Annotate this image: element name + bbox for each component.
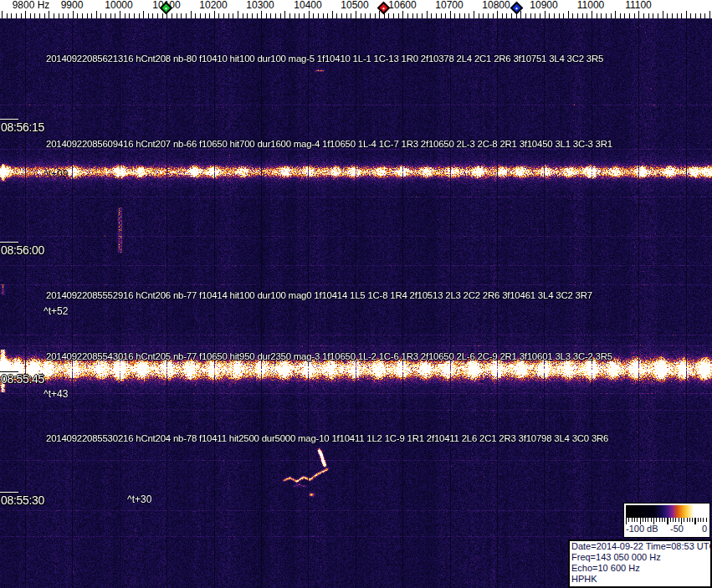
time-offset-mark: ^t+30	[127, 493, 151, 505]
frequency-ruler: 9800 Hz 9900 10000 10100 10200 10300 104…	[0, 0, 712, 18]
time-offset-mark: ^t+43	[44, 388, 68, 400]
timestamp-label: 08:55:45	[1, 372, 44, 386]
edge-mark: `	[3, 386, 6, 396]
time-tick	[0, 492, 18, 493]
info-date-time: Date=2014-09-22 Time=08:53 UTC	[571, 541, 709, 552]
ruler-label: 9900	[61, 0, 84, 11]
edge-mark: `	[1, 47, 4, 57]
time-offset-mark: ^t+09	[44, 168, 68, 180]
spectrogram-canvas[interactable]	[0, 18, 712, 588]
db-min-label: -100 dB	[626, 524, 658, 534]
edge-mark: `	[1, 304, 4, 314]
station-info-box: Date=2014-09-22 Time=08:53 UTC Freq=143 …	[568, 539, 712, 588]
event-annotation: 20140922085552916 hCnt206 nb-77 f10414 h…	[46, 290, 592, 300]
event-annotation: 20140922085609416 hCnt207 nb-66 f10650 h…	[46, 139, 612, 149]
db-gradient-bar	[626, 505, 708, 518]
ruler-label: 11100	[625, 0, 652, 11]
edge-mark: `	[1, 430, 4, 440]
time-tick	[0, 242, 18, 243]
ruler-label: 10300	[246, 0, 274, 11]
ruler-label: 10700	[435, 0, 463, 11]
info-echo: Echo=10 600 Hz	[571, 563, 709, 574]
info-frequency: Freq=143 050 000 Hz	[571, 552, 709, 563]
ruler-label: 10200	[199, 0, 227, 11]
ruler-label: 10500	[341, 0, 368, 11]
info-station: HPHK	[571, 574, 709, 585]
timestamp-label: 08:56:00	[1, 243, 44, 257]
db-mid-label: -50	[670, 524, 684, 534]
time-offset-mark: ^t+21	[44, 69, 68, 81]
timestamp-label: 08:56:15	[1, 120, 44, 134]
event-annotation: 20140922085621316 hCnt208 nb-80 f10410 h…	[46, 54, 603, 64]
ruler-label: 10800	[482, 0, 510, 11]
meteor-spectrogram-screen: 9800 Hz 9900 10000 10100 10200 10300 104…	[0, 0, 712, 588]
ruler-label: 10600	[388, 0, 416, 11]
ruler-label: 10900	[530, 0, 557, 11]
ruler-label: 9800 Hz	[13, 0, 50, 11]
db-color-legend: -100 dB -50 0	[623, 503, 710, 538]
db-max-label: 0	[702, 524, 707, 534]
edge-mark: `	[1, 72, 4, 82]
timestamp-label: 08:55:30	[1, 493, 44, 507]
ruler-label: 10400	[294, 0, 321, 11]
edge-mark: `	[1, 281, 4, 291]
event-annotation: 20140922085543016 hCnt205 nb-77 f10650 h…	[46, 351, 612, 361]
ruler-label: 10000	[105, 0, 132, 11]
event-annotation: 20140922085530216 hCnt204 nb-78 f10411 h…	[46, 433, 608, 443]
time-tick	[0, 371, 18, 371]
time-tick	[0, 119, 18, 120]
ruler-label: 11000	[577, 0, 604, 11]
time-offset-mark: ^t+52	[44, 305, 68, 317]
ruler-ticks	[0, 11, 712, 18]
